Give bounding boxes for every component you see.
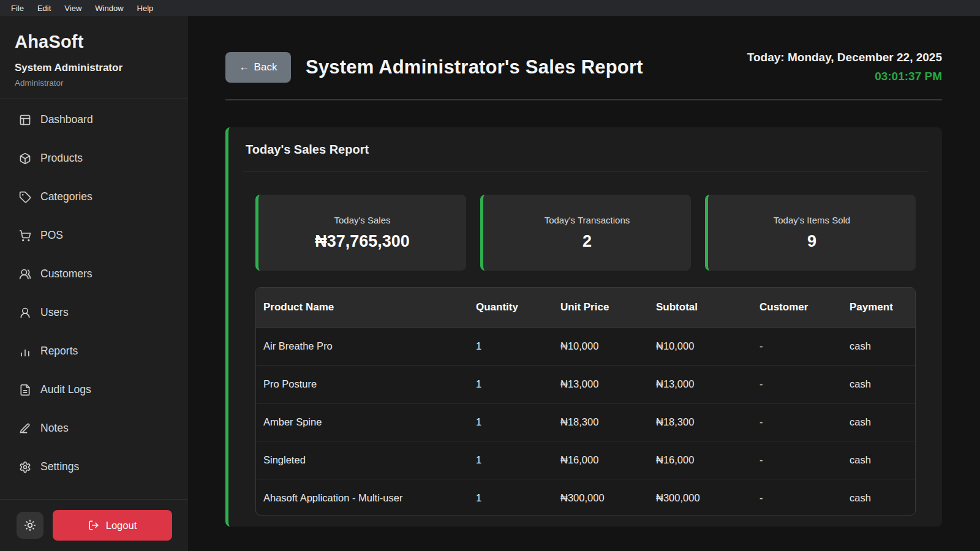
user-info: System Administrator Administrator bbox=[0, 52, 188, 99]
stat-card-transactions: Today's Transactions 2 bbox=[480, 195, 691, 271]
table-row: Singleted 1 ₦16,000 ₦16,000 - cash bbox=[256, 441, 915, 479]
table-header-row: Product Name Quantity Unit Price Subtota… bbox=[256, 288, 915, 328]
sales-table-container[interactable]: Product Name Quantity Unit Price Subtota… bbox=[255, 287, 916, 515]
cell-customer: - bbox=[752, 479, 842, 516]
cell-unit-price: ₦13,000 bbox=[553, 365, 649, 403]
col-subtotal: Subtotal bbox=[649, 288, 752, 328]
sidebar-item-users[interactable]: Users bbox=[0, 293, 188, 332]
sidebar-item-label: Settings bbox=[40, 460, 79, 473]
cell-customer: - bbox=[752, 403, 842, 441]
sidebar-item-products[interactable]: Products bbox=[0, 139, 188, 178]
pencil-icon bbox=[19, 422, 31, 435]
logout-icon bbox=[88, 520, 99, 531]
tag-icon bbox=[19, 191, 31, 203]
stat-value: ₦37,765,300 bbox=[315, 232, 410, 251]
back-button[interactable]: ← Back bbox=[225, 52, 291, 83]
col-unit-price: Unit Price bbox=[553, 288, 649, 328]
back-arrow-icon: ← bbox=[239, 61, 250, 73]
stat-value: 2 bbox=[582, 232, 592, 251]
user-name: System Administrator bbox=[15, 62, 173, 74]
sidebar-item-reports[interactable]: Reports bbox=[0, 332, 188, 370]
table-row: Ahasoft Application - Multi-user 1 ₦300,… bbox=[256, 479, 915, 516]
menu-window[interactable]: Window bbox=[88, 0, 130, 16]
sidebar-item-label: Reports bbox=[40, 345, 78, 358]
current-time: 03:01:37 PM bbox=[747, 70, 942, 83]
users-icon bbox=[19, 268, 31, 280]
menu-help[interactable]: Help bbox=[130, 0, 160, 16]
cell-unit-price: ₦300,000 bbox=[553, 479, 649, 516]
app-logo: AhaSoft bbox=[0, 16, 188, 52]
cell-subtotal: ₦13,000 bbox=[649, 365, 752, 403]
cell-quantity: 1 bbox=[469, 441, 553, 479]
menu-edit[interactable]: Edit bbox=[31, 0, 58, 16]
cell-subtotal: ₦18,300 bbox=[649, 403, 752, 441]
cell-customer: - bbox=[752, 328, 842, 365]
cell-product: Pro Posture bbox=[256, 365, 469, 403]
cell-quantity: 1 bbox=[469, 479, 553, 516]
cell-quantity: 1 bbox=[469, 403, 553, 441]
cell-product: Singleted bbox=[256, 441, 469, 479]
logout-label: Logout bbox=[106, 520, 137, 531]
cell-quantity: 1 bbox=[469, 365, 553, 403]
sidebar: AhaSoft System Administrator Administrat… bbox=[0, 16, 188, 551]
os-menu-bar: File Edit View Window Help bbox=[0, 0, 980, 16]
stat-card-items-sold: Today's Items Sold 9 bbox=[705, 195, 916, 271]
page-header: ← Back System Administrator's Sales Repo… bbox=[225, 51, 942, 83]
back-button-label: Back bbox=[254, 61, 277, 73]
menu-view[interactable]: View bbox=[58, 0, 88, 16]
stat-label: Today's Items Sold bbox=[774, 215, 850, 225]
sidebar-item-pos[interactable]: POS bbox=[0, 216, 188, 255]
sidebar-item-categories[interactable]: Categories bbox=[0, 178, 188, 216]
cell-subtotal: ₦300,000 bbox=[649, 479, 752, 516]
cell-product: Amber Spine bbox=[256, 403, 469, 441]
report-card-title: Today's Sales Report bbox=[243, 143, 927, 157]
cell-quantity: 1 bbox=[469, 328, 553, 365]
sidebar-item-audit-logs[interactable]: Audit Logs bbox=[0, 370, 188, 409]
cart-icon bbox=[19, 230, 31, 242]
cell-unit-price: ₦16,000 bbox=[553, 441, 649, 479]
sidebar-item-dashboard[interactable]: Dashboard bbox=[0, 100, 188, 139]
page-title: System Administrator's Sales Report bbox=[306, 56, 643, 78]
cell-payment: cash bbox=[842, 479, 915, 516]
bar-chart-icon bbox=[19, 345, 31, 358]
cell-product: Air Breathe Pro bbox=[256, 328, 469, 365]
current-date: Today: Monday, December 22, 2025 bbox=[747, 51, 942, 64]
menu-file[interactable]: File bbox=[4, 0, 31, 16]
gear-icon bbox=[19, 461, 31, 473]
table-row: Air Breathe Pro 1 ₦10,000 ₦10,000 - cash bbox=[256, 328, 915, 365]
stat-label: Today's Transactions bbox=[545, 215, 630, 225]
cell-subtotal: ₦16,000 bbox=[649, 441, 752, 479]
table-row: Pro Posture 1 ₦13,000 ₦13,000 - cash bbox=[256, 365, 915, 403]
sidebar-item-label: Notes bbox=[40, 422, 69, 435]
cell-payment: cash bbox=[842, 441, 915, 479]
sidebar-item-notes[interactable]: Notes bbox=[0, 409, 188, 448]
stat-card-sales: Today's Sales ₦37,765,300 bbox=[255, 195, 466, 271]
cell-customer: - bbox=[752, 441, 842, 479]
sidebar-item-label: Dashboard bbox=[40, 113, 93, 126]
col-customer: Customer bbox=[752, 288, 842, 328]
sidebar-item-settings[interactable]: Settings bbox=[0, 448, 188, 486]
user-role: Administrator bbox=[15, 78, 173, 88]
sidebar-nav: Dashboard Products Categories POS Custom… bbox=[0, 99, 188, 486]
sidebar-item-label: Categories bbox=[40, 190, 92, 203]
cell-subtotal: ₦10,000 bbox=[649, 328, 752, 365]
file-text-icon bbox=[19, 384, 31, 396]
header-divider bbox=[225, 99, 942, 100]
report-card-divider bbox=[243, 171, 927, 171]
cell-product: Ahasoft Application - Multi-user bbox=[256, 479, 469, 516]
main-content: ← Back System Administrator's Sales Repo… bbox=[188, 16, 980, 551]
col-product-name: Product Name bbox=[256, 288, 469, 328]
table-row: Amber Spine 1 ₦18,300 ₦18,300 - cash bbox=[256, 403, 915, 441]
cell-payment: cash bbox=[842, 403, 915, 441]
datetime-block: Today: Monday, December 22, 2025 03:01:3… bbox=[747, 51, 942, 83]
stats-row: Today's Sales ₦37,765,300 Today's Transa… bbox=[255, 195, 916, 271]
sales-report-card: Today's Sales Report Today's Sales ₦37,7… bbox=[225, 127, 942, 527]
logout-button[interactable]: Logout bbox=[53, 510, 172, 541]
col-quantity: Quantity bbox=[469, 288, 553, 328]
sidebar-item-customers[interactable]: Customers bbox=[0, 255, 188, 293]
cell-unit-price: ₦10,000 bbox=[553, 328, 649, 365]
col-payment: Payment bbox=[842, 288, 915, 328]
stat-value: 9 bbox=[807, 232, 816, 251]
theme-toggle-button[interactable] bbox=[17, 512, 43, 539]
sun-icon bbox=[24, 519, 36, 531]
